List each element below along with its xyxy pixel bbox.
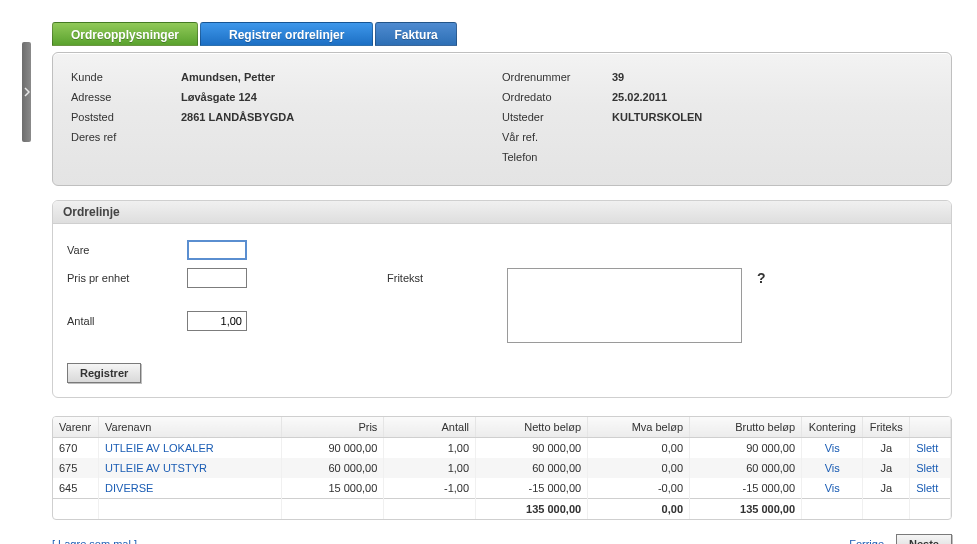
sidebar-expand-handle[interactable] <box>22 42 31 142</box>
help-icon[interactable]: ? <box>747 268 777 286</box>
value-kunde: Amundsen, Petter <box>181 67 275 87</box>
col-varenr[interactable]: Varenr <box>53 417 99 438</box>
cell-mva: 0,00 <box>588 438 690 459</box>
cell-friteks: Ja <box>863 438 910 459</box>
vare-input[interactable] <box>187 240 247 260</box>
col-slett <box>910 417 951 438</box>
varenavn-link[interactable]: UTLEIE AV UTSTYR <box>105 462 207 474</box>
table-row: 645DIVERSE15 000,00-1,00-15 000,00-0,00-… <box>53 478 951 499</box>
cell-brutto: 90 000,00 <box>690 438 802 459</box>
value-utsteder: KULTURSKOLEN <box>612 107 702 127</box>
cell-brutto: 60 000,00 <box>690 458 802 478</box>
cell-varenr: 675 <box>53 458 99 478</box>
kontering-vis-link[interactable]: Vis <box>825 462 840 474</box>
cell-antall: 1,00 <box>384 438 476 459</box>
table-row: 675UTLEIE AV UTSTYR60 000,001,0060 000,0… <box>53 458 951 478</box>
label-telefon: Telefon <box>502 147 612 167</box>
value-adresse: Løvåsgate 124 <box>181 87 257 107</box>
ordrelinje-header: Ordrelinje <box>53 201 951 224</box>
label-varref: Vår ref. <box>502 127 612 147</box>
col-brutto[interactable]: Brutto beløp <box>690 417 802 438</box>
order-info-panel: KundeAmundsen, Petter AdresseLøvåsgate 1… <box>52 52 952 186</box>
label-ordredato: Ordredato <box>502 87 612 107</box>
slett-link[interactable]: Slett <box>916 462 938 474</box>
value-poststed: 2861 LANDÅSBYGDA <box>181 107 294 127</box>
cell-antall: 1,00 <box>384 458 476 478</box>
col-kontering[interactable]: Kontering <box>802 417 863 438</box>
slett-link[interactable]: Slett <box>916 442 938 454</box>
tab-ordreopplysninger[interactable]: Ordreopplysninger <box>52 22 198 46</box>
cell-pris: 60 000,00 <box>282 458 384 478</box>
col-netto[interactable]: Netto beløp <box>476 417 588 438</box>
col-friteks[interactable]: Friteks <box>863 417 910 438</box>
cell-brutto: -15 000,00 <box>690 478 802 499</box>
label-ordrenummer: Ordrenummer <box>502 67 612 87</box>
kontering-vis-link[interactable]: Vis <box>825 482 840 494</box>
label-utsteder: Utsteder <box>502 107 612 127</box>
tab-bar: Ordreopplysninger Registrer ordrelinjer … <box>52 22 952 46</box>
forrige-link[interactable]: Forrige <box>849 538 884 544</box>
cell-antall: -1,00 <box>384 478 476 499</box>
cell-mva: 0,00 <box>588 458 690 478</box>
cell-friteks: Ja <box>863 458 910 478</box>
cell-mva: -0,00 <box>588 478 690 499</box>
prisprenhet-input[interactable] <box>187 268 247 288</box>
tab-faktura[interactable]: Faktura <box>375 22 456 46</box>
label-adresse: Adresse <box>71 87 181 107</box>
fritekst-textarea[interactable] <box>507 268 742 343</box>
col-antall[interactable]: Antall <box>384 417 476 438</box>
neste-button[interactable]: Neste <box>896 534 952 544</box>
kontering-vis-link[interactable]: Vis <box>825 442 840 454</box>
lagre-som-mal-link[interactable]: [ Lagre som mal ] <box>52 538 137 544</box>
label-vare: Vare <box>67 240 187 256</box>
varenavn-link[interactable]: UTLEIE AV LOKALER <box>105 442 214 454</box>
total-netto: 135 000,00 <box>476 499 588 520</box>
cell-netto: 90 000,00 <box>476 438 588 459</box>
label-deresref: Deres ref <box>71 127 181 147</box>
label-prisprenhet: Pris pr enhet <box>67 268 187 284</box>
total-mva: 0,00 <box>588 499 690 520</box>
cell-pris: 90 000,00 <box>282 438 384 459</box>
value-ordredato: 25.02.2011 <box>612 87 667 107</box>
ordrelinje-panel: Ordrelinje Vare Pris pr enhet Fritekst ?… <box>52 200 952 398</box>
col-pris[interactable]: Pris <box>282 417 384 438</box>
slett-link[interactable]: Slett <box>916 482 938 494</box>
varenavn-link[interactable]: DIVERSE <box>105 482 153 494</box>
cell-varenr: 670 <box>53 438 99 459</box>
antall-input[interactable] <box>187 311 247 331</box>
cell-varenr: 645 <box>53 478 99 499</box>
label-antall: Antall <box>67 311 187 327</box>
total-brutto: 135 000,00 <box>690 499 802 520</box>
label-kunde: Kunde <box>71 67 181 87</box>
ordrelinjer-grid: Varenr Varenavn Pris Antall Netto beløp … <box>52 416 952 520</box>
cell-netto: 60 000,00 <box>476 458 588 478</box>
col-mva[interactable]: Mva beløp <box>588 417 690 438</box>
cell-netto: -15 000,00 <box>476 478 588 499</box>
registrer-button[interactable]: Registrer <box>67 363 141 383</box>
cell-pris: 15 000,00 <box>282 478 384 499</box>
label-fritekst: Fritekst <box>387 268 507 284</box>
col-varenavn[interactable]: Varenavn <box>99 417 282 438</box>
value-ordrenummer: 39 <box>612 67 624 87</box>
tab-registrer-ordrelinjer[interactable]: Registrer ordrelinjer <box>200 22 373 46</box>
label-poststed: Poststed <box>71 107 181 127</box>
cell-friteks: Ja <box>863 478 910 499</box>
table-row: 670UTLEIE AV LOKALER90 000,001,0090 000,… <box>53 438 951 459</box>
